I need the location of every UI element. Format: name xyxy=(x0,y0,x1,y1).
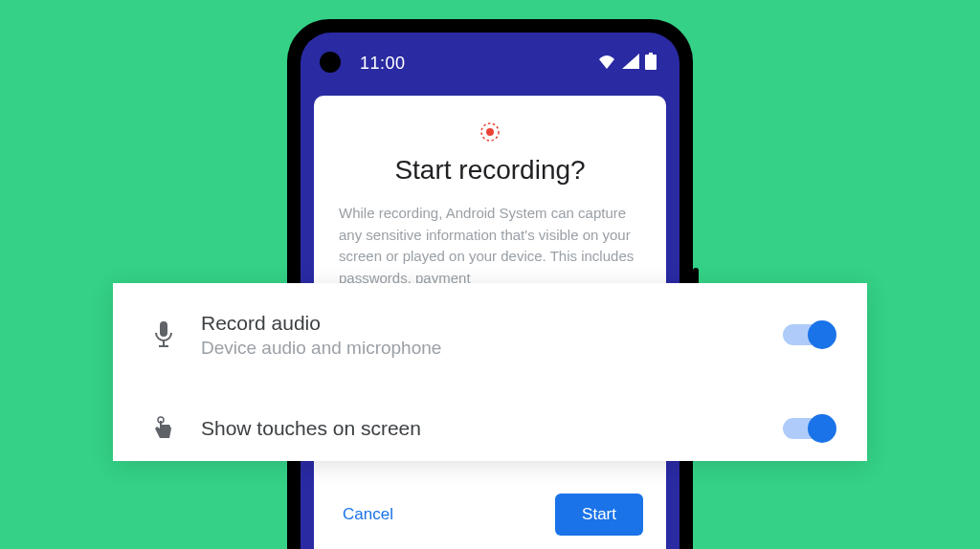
status-bar: 11:00 xyxy=(301,50,679,77)
option-show-touches[interactable]: Show touches on screen xyxy=(151,415,833,442)
option-touches-title: Show touches on screen xyxy=(201,415,758,441)
status-time: 11:00 xyxy=(360,54,406,74)
battery-icon xyxy=(645,53,657,75)
svg-rect-0 xyxy=(649,53,653,55)
option-audio-title: Record audio xyxy=(201,310,758,336)
start-button[interactable]: Start xyxy=(555,494,643,536)
option-record-audio[interactable]: Record audio Device audio and microphone xyxy=(151,310,833,359)
toggle-show-touches[interactable] xyxy=(783,418,833,439)
svg-point-3 xyxy=(486,128,494,136)
wifi-icon xyxy=(597,54,616,74)
options-card: Record audio Device audio and microphone… xyxy=(113,283,867,461)
microphone-icon xyxy=(151,321,176,348)
touch-icon xyxy=(151,415,176,442)
toggle-record-audio[interactable] xyxy=(783,324,833,345)
dialog-body: While recording, Android System can capt… xyxy=(335,203,645,289)
svg-rect-6 xyxy=(159,345,168,347)
dialog-actions: Cancel Start xyxy=(314,494,666,536)
svg-rect-1 xyxy=(645,55,657,70)
dialog-title: Start recording? xyxy=(335,155,645,186)
camera-hole xyxy=(320,52,341,73)
record-icon xyxy=(480,122,500,142)
cancel-button[interactable]: Cancel xyxy=(337,495,399,534)
svg-rect-4 xyxy=(160,321,167,337)
option-audio-sub: Device audio and microphone xyxy=(201,338,758,359)
svg-rect-5 xyxy=(163,340,165,345)
cellular-icon xyxy=(622,54,639,74)
